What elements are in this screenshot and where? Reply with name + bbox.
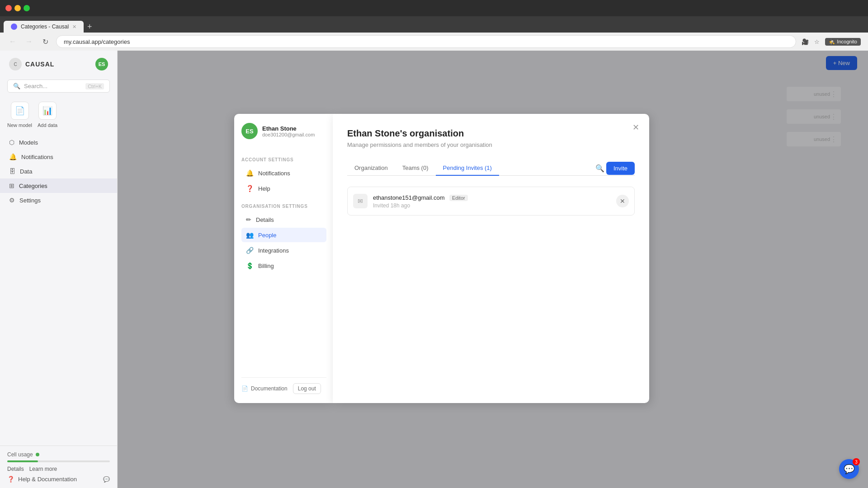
app-container: C CAUSAL ES 🔍 Search... Ctrl+K 📄 New mod… (0, 51, 868, 488)
help-icon: ❓ (7, 476, 14, 483)
browser-extras: 🎥 ☆ 🕵 Incognito (802, 38, 861, 46)
logo-icon: C (9, 58, 22, 70)
documentation-link[interactable]: 📄 Documentation (241, 385, 288, 392)
notifications-icon: 🔔 (9, 153, 17, 160)
edit-icon: ✏ (246, 216, 251, 223)
url-input[interactable] (56, 35, 796, 48)
billing-icon: 💲 (246, 262, 254, 269)
sidebar-bottom: Cell usage Details Learn more ❓ Help & D… (0, 446, 117, 488)
bookmark-icon[interactable]: ☆ (814, 38, 820, 45)
new-tab-button[interactable]: + (84, 22, 96, 32)
maximize-window-button[interactable] (24, 5, 30, 11)
new-model-icon: 📄 (11, 102, 29, 120)
learn-more-link[interactable]: Learn more (29, 466, 57, 472)
add-data-label: Add data (38, 122, 57, 128)
user-avatar[interactable]: ES (95, 58, 108, 70)
panel-nav-billing[interactable]: 💲 Billing (241, 258, 326, 273)
panel-nav-billing-label: Billing (258, 263, 274, 269)
search-shortcut: Ctrl+K (85, 83, 104, 89)
minimize-window-button[interactable] (14, 5, 21, 11)
modal-subtitle: Manage permissions and members of your o… (347, 141, 635, 148)
sidebar-item-categories[interactable]: ⊞ Categories (0, 178, 117, 193)
chat-bubble[interactable]: 💬 3 (839, 459, 859, 479)
panel-nav-integrations-label: Integrations (258, 247, 289, 254)
invite-time: Invited 18h ago (373, 202, 611, 209)
sidebar-item-models-label: Models (19, 139, 38, 146)
address-bar: ← → ↻ 🎥 ☆ 🕵 Incognito (0, 33, 868, 51)
tab-teams[interactable]: Teams (0) (395, 161, 436, 176)
close-window-button[interactable] (5, 5, 12, 11)
quick-actions: 📄 New model 📊 Add data (0, 98, 117, 131)
main-modal: ✕ Ethan Stone's organisation Manage perm… (333, 114, 649, 403)
invite-role-badge: Editor (449, 195, 468, 201)
search-bar[interactable]: 🔍 Search... Ctrl+K (7, 80, 110, 93)
sidebar: C CAUSAL ES 🔍 Search... Ctrl+K 📄 New mod… (0, 51, 118, 488)
details-link[interactable]: Details (7, 466, 24, 472)
panel-nav-people-label: People (258, 232, 276, 239)
people-icon: 👥 (246, 231, 254, 239)
invite-email: ethanstone151@gmail.com (373, 194, 444, 201)
reload-button[interactable]: ↻ (40, 36, 51, 47)
sidebar-item-settings-label: Settings (19, 197, 41, 204)
back-button[interactable]: ← (7, 36, 18, 47)
new-model-label: New model (7, 122, 32, 128)
settings-icon: ⚙ (9, 197, 15, 204)
invite-button[interactable]: Invite (606, 162, 635, 175)
account-user-name: Ethan Stone (262, 125, 315, 132)
tab-organization[interactable]: Organization (347, 161, 395, 176)
sidebar-item-settings[interactable]: ⚙ Settings (0, 193, 117, 207)
account-user-info: ES Ethan Stone doe301200@gmail.com (241, 123, 326, 146)
data-icon: 🗄 (9, 168, 15, 175)
cell-usage-label: Cell usage (7, 451, 110, 458)
panel-nav-details-label: Details (256, 216, 274, 223)
search-placeholder: Search... (24, 83, 47, 89)
sidebar-item-data-label: Data (20, 168, 32, 175)
tab-favicon (11, 23, 17, 30)
panel-nav-details[interactable]: ✏ Details (241, 212, 326, 227)
quick-action-new-model[interactable]: 📄 New model (7, 102, 32, 128)
modal-title: Ethan Stone's organisation (347, 128, 635, 139)
usage-fill (7, 460, 38, 462)
panel-nav-integrations[interactable]: 🔗 Integrations (241, 243, 326, 258)
quick-action-add-data[interactable]: 📊 Add data (38, 102, 57, 128)
panel-nav-notifications-label: Notifications (258, 170, 290, 177)
account-avatar: ES (241, 123, 258, 139)
forward-button[interactable]: → (24, 36, 34, 47)
sidebar-item-categories-label: Categories (19, 183, 47, 189)
cell-usage-indicator (36, 453, 39, 456)
sidebar-item-notifications[interactable]: 🔔 Notifications (0, 150, 117, 164)
invite-info: ethanstone151@gmail.com Editor Invited 1… (373, 193, 611, 209)
chat-icon: 💬 (103, 476, 110, 483)
integrations-icon: 🔗 (246, 247, 254, 254)
modal-tabs: Organization Teams (0) Pending Invites (… (347, 161, 635, 176)
active-tab[interactable]: Categories - Causal ✕ (4, 21, 84, 33)
logo-area: C CAUSAL (9, 58, 54, 70)
help-documentation[interactable]: ❓ Help & Documentation 💬 (7, 476, 110, 483)
panel-nav-notifications[interactable]: 🔔 Notifications (241, 166, 326, 180)
panel-nav-help-label: Help (258, 185, 270, 192)
account-user-email: doe301200@gmail.com (262, 132, 315, 137)
documentation-label: Documentation (251, 385, 288, 392)
org-settings-label: ORGANISATION SETTINGS (241, 204, 326, 209)
browser-tab-bar: Categories - Causal ✕ + (0, 16, 868, 33)
account-settings-label: ACCOUNT SETTINGS (241, 157, 326, 162)
panel-bottom: 📄 Documentation Log out (241, 377, 326, 394)
panel-nav-people[interactable]: 👥 People (241, 228, 326, 242)
logout-button[interactable]: Log out (293, 383, 321, 394)
invite-row: ✉ ethanstone151@gmail.com Editor Invited… (347, 187, 635, 216)
logo-text: CAUSAL (25, 61, 54, 68)
modal-search-button[interactable]: 🔍 (594, 162, 606, 174)
sidebar-item-data[interactable]: 🗄 Data (0, 164, 117, 178)
sidebar-nav: ⬡ Models 🔔 Notifications 🗄 Data ⊞ Catego… (0, 131, 117, 446)
sidebar-item-models[interactable]: ⬡ Models (0, 135, 117, 150)
invite-action-button[interactable]: ✕ (616, 195, 629, 207)
window-controls[interactable] (5, 5, 30, 11)
tab-close-icon[interactable]: ✕ (72, 24, 76, 30)
sidebar-links: Details Learn more (7, 466, 110, 472)
account-panel: ES Ethan Stone doe301200@gmail.com ACCOU… (234, 114, 334, 403)
modal-close-button[interactable]: ✕ (629, 121, 642, 134)
help-label: Help & Documentation (18, 476, 77, 483)
models-icon: ⬡ (9, 139, 14, 146)
panel-nav-help[interactable]: ❓ Help (241, 181, 326, 196)
tab-pending-invites[interactable]: Pending Invites (1) (436, 161, 499, 176)
